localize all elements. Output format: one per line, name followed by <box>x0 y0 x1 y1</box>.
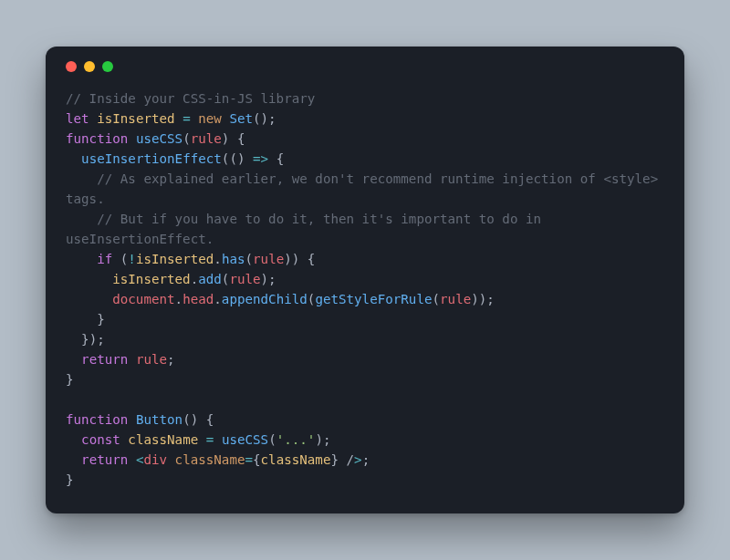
code-punct: ; <box>362 452 370 467</box>
code-operator: ! <box>128 252 136 266</box>
code-punct: (); <box>253 111 276 126</box>
code-identifier: rule <box>229 272 260 286</box>
code-identifier: className <box>261 452 331 467</box>
code-identifier: isInserted <box>97 111 174 126</box>
code-punct: ( <box>245 252 254 266</box>
code-call: useCSS <box>222 432 268 447</box>
code-identifier: isInserted <box>112 272 190 286</box>
code-punct: . <box>214 252 222 266</box>
code-operator: > <box>354 452 362 467</box>
traffic-lights <box>66 61 664 72</box>
code-keyword: function <box>66 131 128 146</box>
code-punct: ( <box>182 131 191 146</box>
code-punct: / <box>339 452 354 467</box>
code-call: appendChild <box>222 292 308 306</box>
code-punct: ) { <box>222 131 245 146</box>
code-operator: = <box>182 111 191 126</box>
code-fn-name: useCSS <box>136 131 182 146</box>
code-operator: = <box>206 432 214 447</box>
code-punct: } <box>97 312 105 327</box>
code-comment: // Inside your CSS-in-JS library <box>66 91 315 106</box>
code-punct: } <box>66 472 74 487</box>
code-call: has <box>222 252 245 266</box>
code-punct: )) { <box>284 252 315 266</box>
code-punct: ( <box>433 292 441 306</box>
code-punct: ); <box>315 432 330 447</box>
code-operator: = <box>245 452 253 467</box>
code-identifier: rule <box>440 292 471 306</box>
code-keyword: const <box>81 432 120 447</box>
code-keyword: let <box>66 111 89 126</box>
code-keyword: return <box>81 452 128 467</box>
zoom-icon[interactable] <box>102 61 113 72</box>
code-operator: => <box>253 151 268 166</box>
code-punct: )); <box>471 292 495 306</box>
code-punct: } <box>330 452 339 467</box>
code-keyword: return <box>81 352 128 367</box>
code-call: useInsertionEffect <box>81 151 222 166</box>
code-punct: } <box>66 372 74 387</box>
terminal-window: // Inside your CSS-in-JS library let isI… <box>46 47 684 513</box>
code-punct: . <box>175 292 183 306</box>
code-comment: // But if you have to do it, then it's i… <box>66 212 549 246</box>
code-punct: ( <box>112 252 128 266</box>
code-call: add <box>198 272 222 286</box>
code-keyword: function <box>66 412 128 427</box>
code-identifier: isInserted <box>136 252 214 266</box>
code-punct: ( <box>268 432 276 447</box>
code-keyword: if <box>97 252 112 266</box>
code-punct: (() <box>222 151 253 166</box>
code-punct: () { <box>182 412 214 427</box>
code-block: // Inside your CSS-in-JS library let isI… <box>66 88 664 490</box>
code-call: Set <box>229 111 253 126</box>
code-string: '...' <box>276 432 316 447</box>
code-punct: . <box>214 292 222 306</box>
code-call: getStyleForRule <box>315 292 432 306</box>
code-punct: ; <box>167 352 175 367</box>
code-punct: ); <box>261 272 276 286</box>
code-identifier: head <box>182 292 214 306</box>
code-comment: // As explained earlier, we don't recomm… <box>66 171 666 206</box>
code-punct: { <box>253 452 261 467</box>
code-identifier: rule <box>136 352 167 367</box>
code-punct: }); <box>81 332 105 347</box>
code-keyword: new <box>198 111 222 126</box>
code-identifier: className <box>128 432 198 447</box>
code-jsx-tag: div <box>143 452 167 467</box>
code-punct: . <box>191 272 199 286</box>
code-identifier: rule <box>253 252 284 266</box>
minimize-icon[interactable] <box>84 61 95 72</box>
code-jsx-attr: className <box>175 452 245 467</box>
code-param: rule <box>191 131 222 146</box>
code-punct: { <box>268 151 284 166</box>
close-icon[interactable] <box>66 61 77 72</box>
code-fn-name: Button <box>136 412 182 427</box>
code-identifier: document <box>112 292 174 306</box>
